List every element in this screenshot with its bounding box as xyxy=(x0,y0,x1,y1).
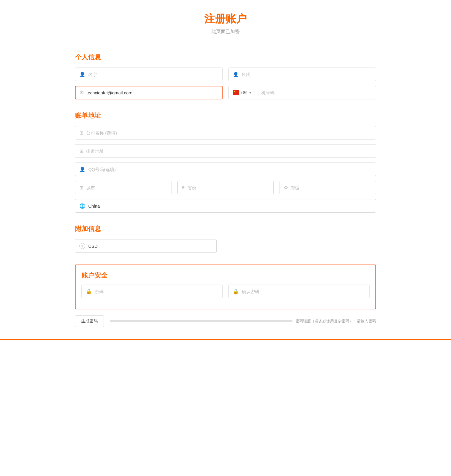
personal-info-title: 个人信息 xyxy=(75,53,376,62)
country-input[interactable] xyxy=(88,203,372,209)
strength-label: 密码强度（请务必使用复杂密码）：请输入密码 xyxy=(295,319,376,324)
country-wrapper: 🌐 xyxy=(75,199,376,213)
china-flag-icon xyxy=(233,90,239,95)
currency-row: $ xyxy=(75,239,376,253)
first-name-input[interactable] xyxy=(88,72,218,77)
mail-icon: ✉ xyxy=(80,90,84,96)
company-input[interactable] xyxy=(86,130,372,135)
page-subtitle: 此页面已加密 xyxy=(0,29,451,35)
phone-field: +86 ▼ xyxy=(228,86,376,99)
confirm-lock-icon: 🔒 xyxy=(233,289,239,294)
confirm-password-field: 🔒 xyxy=(228,285,370,298)
street-input[interactable] xyxy=(86,149,372,154)
last-name-wrapper: 👤 xyxy=(228,68,376,81)
name-row: 👤 👤 xyxy=(75,68,376,81)
additional-info-section: 附加信息 $ xyxy=(75,224,376,253)
last-name-field: 👤 xyxy=(228,68,376,81)
password-field: 🔒 xyxy=(81,285,223,298)
password-wrapper: 🔒 xyxy=(81,285,223,298)
page-content: 个人信息 👤 👤 ✉ xyxy=(63,41,388,339)
country-row: 🌐 xyxy=(75,199,376,213)
password-row: 🔒 🔒 xyxy=(81,285,370,298)
confirm-password-wrapper: 🔒 xyxy=(228,285,370,298)
lock-icon: 🔒 xyxy=(86,289,92,294)
billing-address-title: 账单地址 xyxy=(75,111,376,120)
currency-icon: $ xyxy=(79,243,85,249)
city-input[interactable] xyxy=(86,185,167,190)
currency-input[interactable] xyxy=(88,244,212,249)
strength-bar xyxy=(110,320,293,322)
phone-prefix[interactable]: +86 ▼ xyxy=(233,90,254,95)
postal-wrapper: ✿ xyxy=(280,181,376,194)
postal-icon: ✿ xyxy=(284,185,288,191)
bottom-row: 生成密码 密码强度（请务必使用复杂密码）：请输入密码 xyxy=(75,315,376,327)
province-wrapper: ≡ xyxy=(177,181,274,194)
chevron-down-icon: ▼ xyxy=(249,91,252,94)
globe-icon: 🌐 xyxy=(79,203,85,209)
currency-wrapper: $ xyxy=(75,239,217,253)
last-name-input[interactable] xyxy=(242,72,372,77)
additional-info-title: 附加信息 xyxy=(75,224,376,233)
account-security-title: 账户安全 xyxy=(81,271,370,280)
first-name-field: 👤 xyxy=(75,68,223,81)
city-icon: ⊞ xyxy=(79,185,83,191)
street-field: ⊞ xyxy=(75,144,376,158)
email-field: ✉ xyxy=(75,86,223,99)
password-input[interactable] xyxy=(95,289,218,294)
currency-field: $ xyxy=(75,239,217,253)
phone-wrapper: +86 ▼ xyxy=(228,86,376,99)
generate-password-button[interactable]: 生成密码 xyxy=(75,315,104,327)
city-wrapper: ⊞ xyxy=(75,181,171,194)
phone-code: +86 xyxy=(241,90,248,95)
person-icon: 👤 xyxy=(79,72,85,77)
page-title: 注册账户 xyxy=(0,12,451,26)
phone-input[interactable] xyxy=(257,90,372,95)
company-wrapper: ⊞ xyxy=(75,126,376,139)
email-wrapper: ✉ xyxy=(75,86,223,99)
qq-icon: 👤 xyxy=(79,167,85,172)
postal-input[interactable] xyxy=(291,185,372,190)
page-footer xyxy=(0,339,451,340)
person-icon-2: 👤 xyxy=(233,72,239,77)
qq-input[interactable] xyxy=(88,167,372,172)
city-field: ⊞ xyxy=(75,181,171,194)
qq-row: 👤 xyxy=(75,163,376,176)
personal-info-section: 个人信息 👤 👤 ✉ xyxy=(75,53,376,99)
address-icon: ⊞ xyxy=(79,148,83,154)
postal-field: ✿ xyxy=(280,181,376,194)
first-name-wrapper: 👤 xyxy=(75,68,223,81)
strength-container: 密码强度（请务必使用复杂密码）：请输入密码 xyxy=(110,319,376,324)
street-row: ⊞ xyxy=(75,144,376,158)
account-security-section: 账户安全 🔒 🔒 xyxy=(75,265,376,309)
province-input[interactable] xyxy=(187,185,269,190)
company-field: ⊞ xyxy=(75,126,376,139)
city-province-row: ⊞ ≡ ✿ xyxy=(75,181,376,194)
billing-address-section: 账单地址 ⊞ ⊞ 👤 xyxy=(75,111,376,213)
contact-row: ✉ +86 ▼ xyxy=(75,86,376,99)
qq-field: 👤 xyxy=(75,163,376,176)
province-field: ≡ xyxy=(177,181,274,194)
street-wrapper: ⊞ xyxy=(75,144,376,158)
company-row: ⊞ xyxy=(75,126,376,139)
confirm-password-input[interactable] xyxy=(242,289,365,294)
email-input[interactable] xyxy=(86,90,218,95)
qq-wrapper: 👤 xyxy=(75,163,376,176)
country-field: 🌐 xyxy=(75,199,376,213)
province-icon: ≡ xyxy=(182,185,184,190)
page-header: 注册账户 此页面已加密 xyxy=(0,0,451,41)
building-icon: ⊞ xyxy=(79,130,83,136)
